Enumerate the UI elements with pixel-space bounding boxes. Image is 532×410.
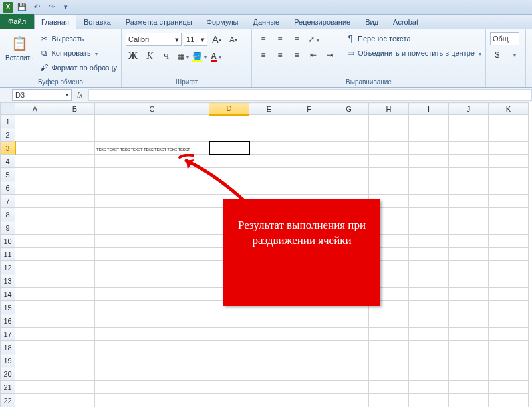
cell[interactable] xyxy=(369,208,409,221)
cell[interactable] xyxy=(249,142,289,155)
cell[interactable] xyxy=(449,341,489,354)
save-button[interactable]: 💾 xyxy=(16,1,28,13)
cell[interactable] xyxy=(209,235,249,248)
tab-file[interactable]: Файл xyxy=(0,14,34,29)
cell[interactable] xyxy=(209,394,249,407)
row-header[interactable]: 19 xyxy=(1,354,15,367)
cell[interactable] xyxy=(489,181,529,195)
cell[interactable] xyxy=(489,301,529,314)
cell[interactable] xyxy=(369,288,409,301)
cell[interactable] xyxy=(95,181,209,195)
cell[interactable] xyxy=(449,354,489,367)
cell[interactable] xyxy=(409,328,449,341)
cell[interactable] xyxy=(369,235,409,248)
cell[interactable] xyxy=(449,181,489,195)
cell[interactable] xyxy=(15,381,55,394)
cell[interactable] xyxy=(15,142,55,155)
cell[interactable] xyxy=(409,208,449,221)
cell[interactable] xyxy=(449,221,489,235)
cell[interactable] xyxy=(95,115,209,128)
cell[interactable] xyxy=(55,354,95,367)
cell[interactable] xyxy=(369,248,409,261)
redo-button[interactable]: ↷ xyxy=(45,1,57,13)
row-header[interactable]: 17 xyxy=(1,328,15,341)
cell[interactable] xyxy=(289,195,329,208)
align-left-button[interactable]: ≡ xyxy=(256,48,271,62)
cell[interactable] xyxy=(209,354,249,367)
cell[interactable] xyxy=(55,288,95,301)
cell[interactable] xyxy=(249,341,289,354)
decrease-indent-button[interactable]: ⇤ xyxy=(306,48,321,62)
font-color-button[interactable]: A xyxy=(209,49,223,64)
align-top-button[interactable]: ≡ xyxy=(256,32,271,47)
cell[interactable] xyxy=(15,328,55,341)
cell[interactable] xyxy=(55,248,95,261)
cell[interactable] xyxy=(15,248,55,261)
cell[interactable]: текс текст текс текст текс текст текс те… xyxy=(95,142,209,155)
cell[interactable] xyxy=(55,328,95,341)
number-format-select[interactable]: Общ xyxy=(490,32,519,45)
italic-button[interactable]: К xyxy=(142,49,157,64)
cell[interactable] xyxy=(249,181,289,195)
cell[interactable] xyxy=(369,221,409,235)
paste-button[interactable]: 📋 Вставить xyxy=(4,32,35,63)
col-header[interactable]: A xyxy=(15,103,55,115)
cell[interactable] xyxy=(209,142,249,155)
cell[interactable] xyxy=(449,115,489,128)
cell[interactable] xyxy=(369,261,409,274)
cell[interactable] xyxy=(249,381,289,394)
cell[interactable] xyxy=(369,142,409,155)
cell[interactable] xyxy=(95,128,209,142)
currency-dd[interactable] xyxy=(507,48,521,62)
cell[interactable] xyxy=(329,367,369,381)
cell[interactable] xyxy=(449,142,489,155)
cell[interactable] xyxy=(369,314,409,328)
cell[interactable] xyxy=(449,195,489,208)
cell[interactable] xyxy=(209,248,249,261)
cell[interactable] xyxy=(95,274,209,288)
align-middle-button[interactable]: ≡ xyxy=(273,32,287,47)
col-header[interactable]: C xyxy=(95,103,209,115)
cell[interactable] xyxy=(289,208,329,221)
cut-button[interactable]: ✂ Вырезать xyxy=(39,32,117,45)
row-header[interactable]: 14 xyxy=(1,288,15,301)
align-bottom-button[interactable]: ≡ xyxy=(289,32,304,47)
cell[interactable] xyxy=(95,261,209,274)
cell[interactable] xyxy=(369,181,409,195)
cell[interactable] xyxy=(329,248,369,261)
undo-button[interactable]: ↶ xyxy=(31,1,43,13)
cell[interactable] xyxy=(15,181,55,195)
cell[interactable] xyxy=(289,128,329,142)
col-header[interactable]: E xyxy=(249,103,289,115)
cell[interactable] xyxy=(249,208,289,221)
cell[interactable] xyxy=(249,314,289,328)
cell[interactable] xyxy=(95,248,209,261)
cell[interactable] xyxy=(95,314,209,328)
row-header[interactable]: 2 xyxy=(1,128,15,142)
cell[interactable] xyxy=(369,301,409,314)
cell[interactable] xyxy=(55,274,95,288)
cell[interactable] xyxy=(15,168,55,181)
cell[interactable] xyxy=(289,248,329,261)
cell[interactable] xyxy=(329,328,369,341)
row-header[interactable]: 4 xyxy=(1,155,15,168)
col-header[interactable]: H xyxy=(369,103,409,115)
cell[interactable] xyxy=(95,367,209,381)
cell[interactable] xyxy=(95,394,209,407)
cell[interactable] xyxy=(449,288,489,301)
cell[interactable] xyxy=(329,261,369,274)
cell[interactable] xyxy=(409,221,449,235)
cell[interactable] xyxy=(289,381,329,394)
col-header[interactable]: I xyxy=(409,103,449,115)
cell[interactable] xyxy=(289,221,329,235)
cell[interactable] xyxy=(329,181,369,195)
cell[interactable] xyxy=(15,128,55,142)
cell[interactable] xyxy=(409,248,449,261)
cell[interactable] xyxy=(369,155,409,168)
tab-data[interactable]: Данные xyxy=(245,14,287,29)
cell[interactable] xyxy=(329,208,369,221)
cell[interactable] xyxy=(489,195,529,208)
cell[interactable] xyxy=(15,288,55,301)
cell[interactable] xyxy=(209,301,249,314)
cell[interactable] xyxy=(409,181,449,195)
